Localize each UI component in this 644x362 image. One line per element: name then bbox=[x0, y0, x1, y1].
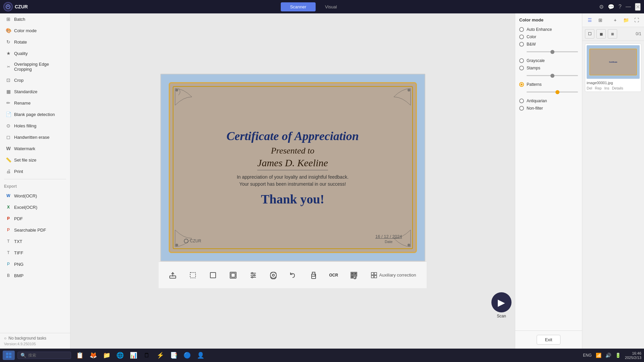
stamps-slider[interactable] bbox=[527, 75, 578, 76]
sidebar-item-standardize[interactable]: ▦ Standardize bbox=[1, 86, 69, 97]
cert-name: James D. Keeline bbox=[257, 157, 328, 170]
svg-rect-35 bbox=[371, 276, 374, 278]
thumb-del[interactable]: Del bbox=[587, 86, 592, 90]
option-color[interactable]: Color bbox=[519, 33, 578, 41]
layers-button[interactable] bbox=[226, 268, 240, 283]
cert-thanks: Thank you! bbox=[261, 192, 324, 206]
sidebar-item-batch[interactable]: ⊞ Batch bbox=[1, 14, 69, 24]
taskbar-icon-1[interactable]: 📋 bbox=[74, 350, 86, 361]
feedback-button[interactable]: 💬 bbox=[608, 4, 614, 10]
select-thumb[interactable]: ▦ bbox=[596, 29, 606, 39]
taskbar-icon-6[interactable]: 🗒 bbox=[141, 350, 153, 361]
blank-page-label: Blank page detection bbox=[14, 112, 55, 117]
option-patterns[interactable]: Patterns bbox=[519, 81, 578, 88]
option-non-filter[interactable]: Non-filter bbox=[519, 105, 578, 112]
help-button[interactable]: ? bbox=[619, 4, 622, 10]
sidebar-item-tiff[interactable]: T TIFF bbox=[1, 247, 69, 258]
sidebar-item-blank-page[interactable]: 📄 Blank page detection bbox=[1, 109, 69, 120]
sidebar-item-quality[interactable]: ★ Quality bbox=[1, 48, 69, 59]
option-antiquarian[interactable]: Antiquarian bbox=[519, 97, 578, 105]
crop-button[interactable] bbox=[206, 268, 220, 283]
minimize-button[interactable]: — bbox=[626, 4, 631, 10]
sidebar-item-handwritten[interactable]: ◻ Handwritten erase bbox=[1, 132, 69, 142]
folder-button[interactable]: 📁 bbox=[621, 15, 631, 25]
taskbar-icon-8[interactable]: 📑 bbox=[168, 350, 180, 361]
sidebar-item-print[interactable]: 🖨 Print bbox=[1, 166, 69, 177]
thumb-rep[interactable]: Rep bbox=[595, 86, 602, 90]
sidebar-item-word[interactable]: W Word(OCR) bbox=[1, 190, 69, 201]
searchable-pdf-icon: P bbox=[5, 227, 11, 233]
sidebar-item-pdf[interactable]: P PDF bbox=[1, 213, 69, 224]
upload-button[interactable] bbox=[165, 268, 180, 283]
txt-label: TXT bbox=[14, 239, 22, 244]
print-button[interactable] bbox=[306, 268, 321, 283]
thumbnails-panel: ☰ ⊞ + 📁 ⛶ ☐ ▦ ⊞ 0/1 Certificate image000… bbox=[582, 13, 644, 349]
thumb-ins[interactable]: Ins bbox=[604, 86, 609, 90]
qr-button[interactable] bbox=[346, 268, 361, 283]
option-grayscale[interactable]: Grayscale bbox=[519, 57, 578, 64]
grid-view-button[interactable]: ⊞ bbox=[596, 15, 605, 25]
sidebar-item-color-mode[interactable]: 🎨 Color mode bbox=[1, 25, 69, 36]
tab-visual[interactable]: Visual bbox=[316, 2, 346, 11]
ocr-button[interactable]: OCR bbox=[326, 268, 341, 283]
patterns-slider-thumb bbox=[555, 90, 559, 94]
thumb-details[interactable]: Details bbox=[612, 86, 623, 90]
taskbar-icon-9[interactable]: 🔵 bbox=[181, 350, 193, 361]
cert-body-line2: Your support has been instrumental in ou… bbox=[237, 181, 348, 188]
option-auto-enhance[interactable]: Auto Enhance bbox=[519, 26, 578, 33]
close-button[interactable]: ✕ bbox=[635, 3, 641, 11]
taskbar: 🔍 📋 🦊 📁 🌐 📊 🗒 ⚡ 📑 🔵 👤 ENG 📶 🔊 🔋 16:46 20… bbox=[0, 349, 644, 362]
sidebar-item-crop[interactable]: ⊡ Crop bbox=[1, 75, 69, 85]
sidebar-item-overlap[interactable]: ✂ Overlapping Edge Cropping bbox=[1, 59, 69, 74]
svg-rect-8 bbox=[190, 273, 196, 278]
handwritten-label: Handwritten erase bbox=[14, 135, 50, 140]
taskbar-icon-5[interactable]: 📊 bbox=[127, 350, 140, 361]
sidebar-item-searchable-pdf[interactable]: P Searchable PDF bbox=[1, 225, 69, 235]
sidebar-item-holes[interactable]: ⊙ Holes filling bbox=[1, 120, 69, 131]
radio-non-filter bbox=[519, 106, 524, 111]
scan-button[interactable]: ▶ bbox=[491, 292, 512, 312]
color-mode-panel: Color mode Auto Enhance Color B&W bbox=[515, 13, 582, 349]
tab-scanner[interactable]: Scanner bbox=[281, 2, 316, 11]
document-preview: Certificate of Appreciation Presented to… bbox=[160, 74, 425, 261]
taskbar-icon-10[interactable]: 👤 bbox=[195, 350, 207, 361]
overlap-label: Overlapping Edge Cropping bbox=[14, 62, 65, 72]
patterns-slider[interactable] bbox=[527, 92, 578, 93]
fullscreen-button[interactable]: ⛶ bbox=[632, 15, 641, 25]
list-view-button[interactable]: ☰ bbox=[585, 15, 594, 25]
taskbar-icon-7[interactable]: ⚡ bbox=[154, 350, 166, 361]
adjust-button[interactable] bbox=[246, 268, 261, 283]
sidebar-item-excel[interactable]: X Excel(OCR) bbox=[1, 202, 69, 213]
taskbar-icon-3[interactable]: 📁 bbox=[101, 350, 113, 361]
option-stamps[interactable]: Stamps bbox=[519, 64, 578, 72]
select-button[interactable] bbox=[185, 268, 200, 283]
settings-button[interactable]: ⚙ bbox=[599, 4, 604, 10]
option-bw[interactable]: B&W bbox=[519, 41, 578, 48]
exit-button[interactable]: Exit bbox=[537, 335, 561, 345]
battery-icon: 🔋 bbox=[615, 353, 621, 358]
thumb-item-1[interactable]: Certificate image00001.jpg Del Rep Ins D… bbox=[585, 44, 641, 92]
sidebar-item-watermark[interactable]: W Watermark bbox=[1, 143, 69, 154]
add-image-button[interactable]: + bbox=[610, 15, 620, 25]
bw-slider[interactable] bbox=[527, 51, 578, 52]
sidebar-item-file-size[interactable]: 📏 Set file size bbox=[1, 155, 69, 165]
sidebar-item-bmp[interactable]: B BMP bbox=[1, 270, 69, 281]
time-display: 16:46 bbox=[632, 351, 641, 355]
sidebar-item-txt[interactable]: T TXT bbox=[1, 236, 69, 247]
undo-button[interactable] bbox=[286, 268, 301, 283]
title-bar-left: CZUR bbox=[3, 2, 28, 11]
sidebar-item-rotate[interactable]: ↻ Rotate bbox=[1, 37, 69, 47]
taskbar-search[interactable]: 🔍 bbox=[17, 352, 71, 359]
hazmat-button[interactable] bbox=[266, 268, 281, 283]
sidebar-item-png[interactable]: P PNG bbox=[1, 259, 69, 269]
search-input[interactable] bbox=[28, 353, 68, 358]
sidebar-item-rename[interactable]: ✏ Rename bbox=[1, 98, 69, 108]
taskbar-icon-4[interactable]: 🌐 bbox=[114, 350, 126, 361]
file-size-icon: 📏 bbox=[5, 157, 11, 163]
pdf-label: PDF bbox=[14, 216, 23, 221]
arrange-thumb[interactable]: ⊞ bbox=[608, 29, 617, 39]
checkbox-all[interactable]: ☐ bbox=[585, 29, 594, 39]
start-button[interactable] bbox=[3, 351, 15, 360]
taskbar-icon-2[interactable]: 🦊 bbox=[87, 350, 99, 361]
aux-correction-button[interactable]: Auxiliary correction bbox=[367, 270, 420, 281]
